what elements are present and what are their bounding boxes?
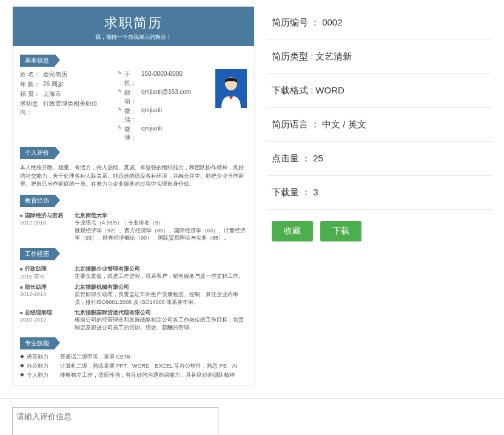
info-lang: 简历语言 ：中文 / 英文 [267, 108, 492, 142]
section-work: 工作经历 [20, 248, 55, 260]
resume-header: 求职简历 我，期待一个自我展示的舞台！ [13, 7, 254, 46]
section-skill: 专业技能 [20, 337, 55, 349]
section-edu: 教育经历 [20, 195, 55, 207]
work-item: ■总经理助理2010-2012 北京猫眼国际货运代理有限公司根据公司的经营理念和… [20, 309, 247, 332]
favorite-button[interactable]: 收藏 [272, 221, 313, 241]
work-item: ■部长助理2012-2014 北京猫眼机械有限公司质管部部长助理，负责监证车间生… [20, 283, 247, 306]
section-basic: 基本信息 [20, 55, 55, 67]
eval-text: 本人性格开朗、稳重、有活力，待人热情、真诚。有较强的组织能力，和团队协作精神，良… [20, 164, 247, 189]
info-hits: 点击量 ：25 [267, 142, 492, 176]
info-panel: 简历编号 ：0002 简历类型 : 文艺清新 下载格式 : WORD 简历语言 … [267, 6, 492, 386]
resume-title: 求职简历 [13, 14, 254, 32]
comment-input[interactable] [12, 407, 218, 435]
info-id: 简历编号 ：0002 [267, 6, 492, 40]
comment-section [0, 398, 504, 435]
resume-preview: 求职简历 我，期待一个自我展示的舞台！ 基本信息 姓 名：金民简历 年 龄：26… [12, 6, 255, 386]
download-button[interactable]: 下载 [320, 221, 361, 241]
info-format: 下载格式 : WORD [267, 74, 492, 108]
info-type: 简历类型 : 文艺清新 [267, 40, 492, 74]
section-eval: 个人评价 [20, 147, 55, 159]
resume-subtitle: 我，期待一个自我展示的舞台！ [13, 33, 254, 41]
info-downloads: 下载量 ：3 [267, 176, 492, 210]
work-item: ■行政助理2015-至今 北京猫眼企业管理有限公司主要负责值，跟进工作进程，联系… [20, 265, 247, 281]
resume-photo [215, 69, 247, 108]
